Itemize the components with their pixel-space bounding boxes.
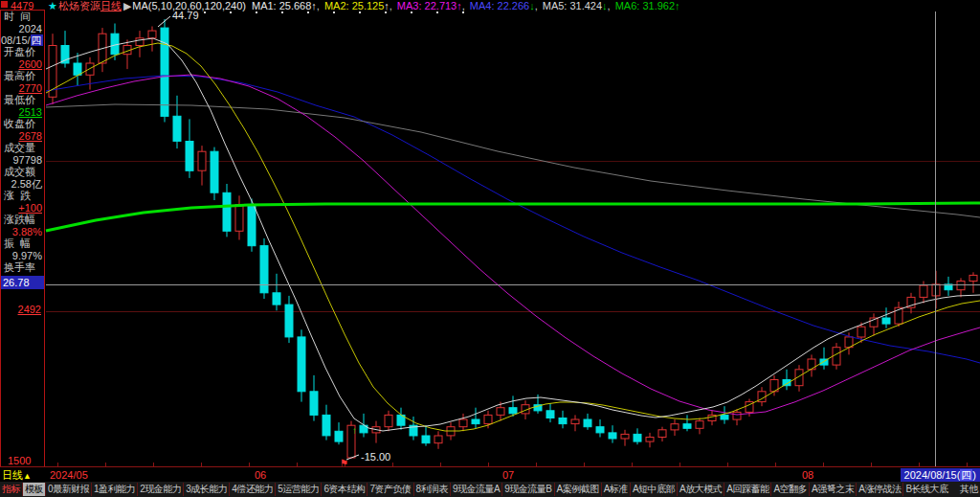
candle-down — [211, 151, 218, 192]
candle-down — [559, 418, 567, 424]
app-corner-icon[interactable] — [1, 1, 8, 8]
ma-line-MA60 — [46, 76, 980, 363]
weekday-highlight: 四 — [31, 34, 43, 46]
toolbar-item-其他[interactable]: 其他 — [958, 483, 980, 496]
candle-down — [335, 431, 343, 441]
field-value: 2770 — [1, 82, 44, 94]
candle-up — [646, 438, 654, 442]
field-value: 9.97% — [1, 250, 44, 261]
time-axis-label: 06 — [255, 468, 266, 482]
field-label: 涨跌幅 — [1, 214, 44, 226]
candle-down — [285, 305, 293, 337]
candle-up — [969, 275, 977, 281]
ma-value: MA5: 31.424↓, — [543, 0, 613, 11]
stock-name[interactable]: 松炀资源 — [58, 0, 100, 12]
ma-line-MA5 — [46, 38, 980, 431]
candle-down — [273, 293, 280, 305]
quote-rows: 时 间202408/15/四开盘价2600最高价2770最低价2513收盘价26… — [1, 11, 44, 285]
field-label: 开盘价 — [1, 46, 44, 58]
toolbar-item-模板[interactable]: 模板 — [22, 483, 45, 496]
time-axis-label: 07 — [502, 468, 514, 482]
field-label: 最高价 — [1, 70, 44, 82]
toolbar-item-2现金能力[interactable]: 2现金能力 — [137, 483, 183, 496]
candle-up — [957, 282, 965, 290]
field-value: 2513 — [1, 106, 44, 118]
toolbar-item-A案例截图[interactable]: A案例截图 — [554, 483, 601, 496]
field-value: 3.88% — [1, 226, 44, 237]
toolbar-item-4偿还能力[interactable]: 4偿还能力 — [229, 483, 275, 496]
toolbar-item-A涨停战法[interactable]: A涨停战法 — [856, 483, 902, 496]
candle-down — [882, 318, 890, 324]
toolbar-item-3成长能力[interactable]: 3成长能力 — [183, 483, 229, 496]
toolbar-item-A放大模式[interactable]: A放大模式 — [677, 483, 724, 496]
field-label: 换手率 — [1, 261, 44, 274]
candle-down — [546, 411, 554, 418]
cursor-weekday: 四 — [960, 469, 972, 481]
field-value: 2024 — [1, 23, 44, 34]
time-axis-label: 08 — [802, 468, 813, 482]
candle-up — [459, 419, 467, 427]
candle-down — [186, 142, 193, 171]
candle-down — [609, 433, 616, 439]
toolbar-item-A空翻多[interactable]: A空翻多 — [770, 483, 809, 496]
price-axis-mid-label: 2492 — [18, 304, 41, 315]
kline-chart-canvas[interactable]: 44.79-15.00↑⚑ — [0, 0, 980, 497]
indicator-template-toolbar: 指标模板0最新财报1盈利能力2现金能力3成长能力4偿还能力5运营能力6资本结构7… — [0, 482, 980, 497]
period-label[interactable]: 日线 — [100, 0, 122, 12]
toolbar-item-9现金流量A[interactable]: 9现金流量A — [450, 483, 501, 496]
toolbar-item-6资本结构[interactable]: 6资本结构 — [321, 483, 367, 496]
field-value: 08/15/四 — [1, 34, 44, 46]
time-axis-row: 日线▲ 2024/05060708 2024/08/15(四) — [0, 466, 980, 483]
ma-value-list: MA1: 25.668↑,MA2: 25.125↑,MA3: 22.713↑,M… — [252, 0, 685, 12]
candle-down — [509, 408, 517, 414]
candle-up — [385, 415, 392, 426]
toolbar-item-A短中底部[interactable]: A短中底部 — [630, 483, 677, 496]
field-value: 2.58亿 — [1, 178, 44, 190]
toolbar-item-7资产负债[interactable]: 7资产负债 — [367, 483, 412, 496]
candle-up — [932, 284, 940, 296]
ma-value: MA3: 22.713↑, — [397, 0, 468, 11]
toolbar-item-B长线大底[interactable]: B长线大底 — [902, 483, 949, 496]
favorite-star-icon[interactable]: ★ — [48, 0, 57, 12]
toolbar-item-指标[interactable]: 指标 — [0, 483, 22, 496]
toolbar-item-8利润表[interactable]: 8利润表 — [413, 483, 451, 496]
indicator-expand-icon[interactable]: ▶ — [123, 0, 131, 12]
candle-down — [596, 427, 604, 433]
period-selector-label: 日线 — [2, 469, 23, 481]
indicator-formula[interactable]: MA(5,10,20,60,120,240) — [132, 0, 246, 12]
candle-down — [260, 246, 268, 293]
field-label: 时 间 — [1, 11, 44, 23]
field-label: 成交额 — [1, 166, 44, 178]
period-selector-button[interactable]: 日线▲ — [2, 468, 32, 482]
toolbar-item-1盈利能力[interactable]: 1盈利能力 — [91, 483, 137, 496]
candle-up — [484, 415, 492, 423]
candle-up — [571, 419, 579, 424]
toolbar-item-9现金流量B[interactable]: 9现金流量B — [501, 483, 553, 496]
toolbar-item-A强弩之末[interactable]: A强弩之末 — [809, 483, 856, 496]
candle-down — [161, 28, 168, 116]
field-value: 97798 — [1, 154, 44, 166]
candle-up — [808, 359, 815, 370]
price-annotation: -15.00 — [361, 451, 390, 463]
candle-down — [634, 434, 641, 441]
toolbar-item-0最新财报[interactable]: 0最新财报 — [45, 483, 91, 496]
candle-up — [235, 205, 243, 232]
candle-up — [920, 285, 927, 297]
triangle-up-icon: ▲ — [23, 471, 32, 481]
candle-down — [945, 284, 952, 290]
candle-up — [671, 424, 679, 430]
toolbar-item-5运营能力[interactable]: 5运营能力 — [275, 483, 321, 496]
field-label: 振 幅 — [1, 237, 44, 250]
toolbar-item-A回踩蓄能[interactable]: A回踩蓄能 — [724, 483, 770, 496]
candle-up — [733, 412, 741, 419]
candle-up — [198, 151, 206, 170]
candle-down — [310, 392, 318, 416]
ma-value: MA1: 25.668↑, — [252, 0, 323, 11]
cursor-date-box: 2024/08/15(四) — [901, 468, 980, 482]
candle-up — [86, 63, 94, 75]
field-value: +100 — [1, 202, 44, 214]
toolbar-item-A标准[interactable]: A标准 — [601, 483, 630, 496]
candle-down — [472, 419, 479, 424]
candle-up — [858, 327, 865, 337]
ma-line-MA10 — [46, 43, 980, 431]
